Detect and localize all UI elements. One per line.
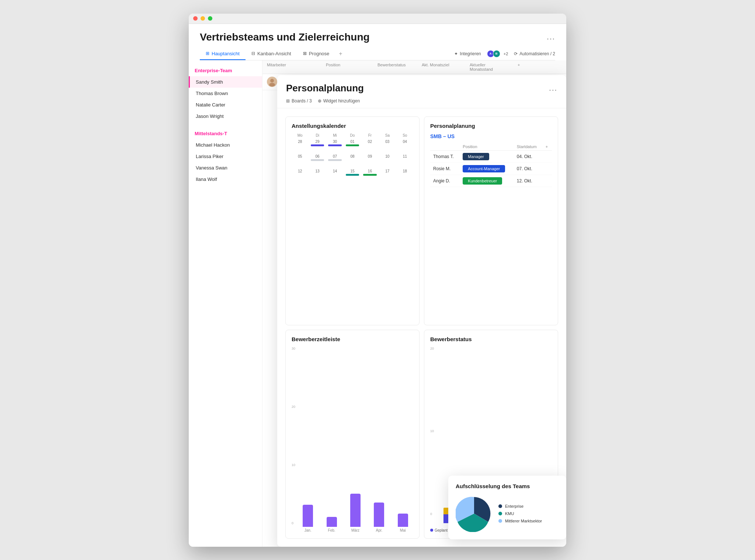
- tab-grid-icon: ⊞: [206, 51, 209, 56]
- cell-rosie-date: 07. Okt.: [514, 162, 543, 175]
- page-title: Vertriebsteams und Zielerreichung: [200, 31, 370, 43]
- y-axis: 30 20 10 0: [292, 347, 295, 532]
- integrieren-action[interactable]: ✦ Integrieren: [454, 51, 481, 56]
- widget-add-button[interactable]: ⊕ Widget hinzufügen: [318, 98, 360, 104]
- table-row: Thomas T. Manager 04. Okt.: [430, 150, 552, 162]
- sidebar-member-ilana[interactable]: Ilana Wolf: [189, 174, 262, 185]
- close-dot[interactable]: [193, 16, 198, 21]
- app-window: Vertriebsteams und Zielerreichung ... ⊞ …: [189, 24, 566, 547]
- cal-10: 10: [379, 154, 396, 166]
- col-add-header[interactable]: +: [543, 143, 552, 151]
- bewerberstatus-title: Bewerberstatus: [430, 336, 552, 342]
- calendar-widget: Anstellungskalender Mo Di Mi Do Fr Sa: [285, 116, 420, 325]
- legend-geplant: Geplant: [430, 528, 448, 532]
- bar-mai-label: Mai: [400, 528, 406, 532]
- bar-feb: Feb.: [321, 517, 342, 532]
- cell-rosie-name: Rosie M.: [430, 162, 460, 175]
- day-fr: Fr: [362, 133, 378, 137]
- bewerberzeitleiste-widget: Bewerberzeitleiste 30 20 10 0: [285, 330, 420, 539]
- bewerberzeitleiste-title: Bewerberzeitleiste: [292, 336, 413, 342]
- col-add-button[interactable]: +: [513, 63, 524, 71]
- enterprise-dot: [498, 504, 502, 508]
- sidebar-member-jason[interactable]: Jason Wright: [189, 111, 262, 122]
- breakdown-mittler: Mittlerer Marktsektor: [498, 519, 542, 523]
- col-mitarbeiter: Mitarbeiter: [262, 63, 321, 71]
- automatisieren-action[interactable]: ⟳ Automatisieren / 2: [514, 51, 555, 56]
- titlebar: [189, 14, 566, 24]
- overlay-container: Personalplanung ... ⊞ Boards / 3 ⊕: [262, 60, 566, 547]
- mac-window: Vertriebsteams und Zielerreichung ... ⊞ …: [189, 14, 566, 547]
- col-monatsstand: Aktueller Monatsstand: [465, 63, 513, 71]
- sidebar-member-thomas[interactable]: Thomas Brown: [189, 88, 262, 99]
- cal-29: 29: [309, 140, 326, 151]
- sidebar-member-sandy[interactable]: Sandy Smith: [189, 76, 262, 88]
- tab-hauptansicht[interactable]: ⊞ Hauptansicht: [200, 48, 246, 60]
- day-so: So: [397, 133, 413, 137]
- mittler-dot: [498, 519, 502, 523]
- bar-marz-label: März: [351, 528, 359, 532]
- sidebar-member-vanessa[interactable]: Vanessa Swan: [189, 162, 262, 174]
- col-name-header: [430, 143, 460, 151]
- boards-button[interactable]: ⊞ Boards / 3: [286, 98, 312, 104]
- breakdown-body: Enterprise KMU Mittlerer Marktsektor: [456, 495, 559, 532]
- avatars-group: A B +2: [487, 50, 508, 57]
- day-sa: Sa: [379, 133, 396, 137]
- table-row: Angie D. Kundenbetreuer 12. Okt.: [430, 175, 552, 187]
- tab-prognose[interactable]: ⊠ Prognose: [297, 48, 335, 60]
- status-y-axis: 20 10 0: [430, 347, 434, 523]
- bar-feb-col: [327, 517, 337, 527]
- bar-apr-col: [374, 503, 384, 527]
- svg-point-1: [270, 79, 274, 83]
- sidebar-member-michael[interactable]: Michael Hackon: [189, 139, 262, 151]
- avatar-2: B: [493, 50, 500, 57]
- cal-06: 06: [309, 154, 326, 166]
- cal-week-3: 12 13 14 15 16 17 18: [292, 169, 413, 181]
- sheet-header: Mitarbeiter Position Bewerberstatus Akt.…: [262, 60, 566, 74]
- breakdown-enterprise: Enterprise: [498, 504, 542, 508]
- sidebar-member-larissa[interactable]: Larissa Piker: [189, 151, 262, 162]
- cell-thomas-name: Thomas T.: [430, 150, 460, 162]
- cell-angie-pos: Kundenbetreuer: [460, 175, 514, 187]
- tab-add-button[interactable]: +: [335, 48, 346, 60]
- kmu-dot: [498, 512, 502, 515]
- avatar-list: A B: [487, 50, 500, 57]
- pp-more-button[interactable]: ...: [549, 84, 557, 92]
- pp-title: Personalplanung: [286, 83, 364, 94]
- cal-09: 09: [362, 154, 378, 166]
- breakdown-legend: Enterprise KMU Mittlerer Marktsektor: [498, 504, 542, 523]
- automatisieren-icon: ⟳: [514, 51, 518, 56]
- pie-container: [456, 495, 493, 532]
- mittelstand-section: Mittelstands-T Michael Hackon Larissa Pi…: [189, 129, 262, 185]
- cal-03: 03: [379, 140, 396, 151]
- cal-30: 30: [327, 140, 343, 151]
- angie-pos-badge: Kundenbetreuer: [463, 177, 502, 185]
- cal-16: 16: [362, 169, 378, 181]
- maximize-dot[interactable]: [208, 16, 212, 21]
- tab-bar: ⊞ Hauptansicht ⊟ Kanban-Ansicht ⊠ Progno…: [200, 48, 555, 60]
- sidebar-member-natalie[interactable]: Natalie Carter: [189, 99, 262, 111]
- bar-marz: März: [345, 494, 366, 532]
- cal-08: 08: [344, 154, 361, 166]
- cal-04: 04: [397, 140, 413, 151]
- bar-jan-col: [303, 505, 313, 527]
- pie-chart: [456, 495, 493, 532]
- avatar-count: +2: [504, 52, 508, 56]
- smb-label: SMB – US: [430, 133, 552, 139]
- rosie-pos-badge: Account-Manager: [463, 165, 505, 172]
- tab-kanban-icon: ⊟: [251, 51, 255, 56]
- thomas-pos-badge: Manager: [463, 153, 489, 160]
- cal-18: 18: [397, 169, 413, 181]
- day-do: Do: [344, 133, 361, 137]
- pp-header: Personalplanung ... ⊞ Boards / 3 ⊕: [277, 75, 566, 108]
- more-button[interactable]: ...: [547, 33, 555, 41]
- tab-kanban[interactable]: ⊟ Kanban-Ansicht: [246, 48, 297, 60]
- chart-container: 30 20 10 0 Jan.: [292, 347, 413, 532]
- pp-table: Position Startdatum + Thomas T.: [430, 143, 552, 187]
- cal-28: 28: [292, 140, 308, 151]
- cal-05: 05: [292, 154, 308, 166]
- pp-title-row: Personalplanung ...: [286, 83, 557, 94]
- integrieren-icon: ✦: [454, 51, 458, 56]
- minimize-dot[interactable]: [201, 16, 205, 21]
- bar-mai-col: [398, 514, 408, 527]
- cal-15: 15: [344, 169, 361, 181]
